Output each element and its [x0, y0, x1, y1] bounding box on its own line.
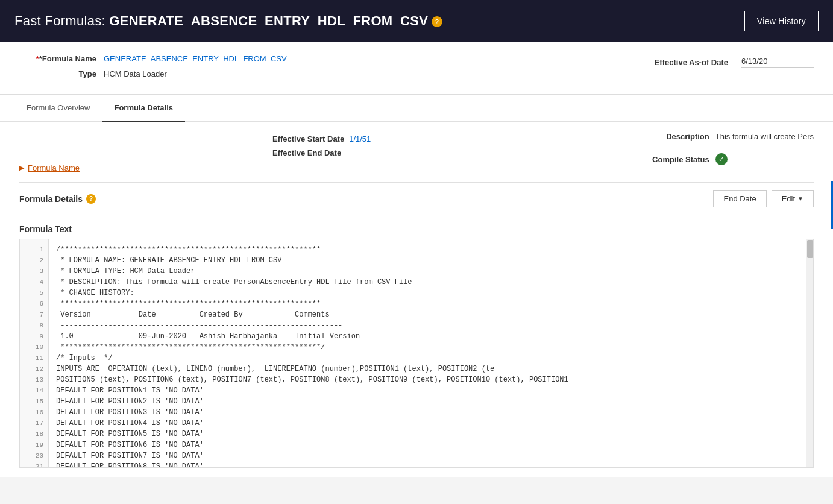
top-info: ▶ Formula Name Effective Start Date 1/1/… — [19, 132, 814, 177]
code-line-4: * DESCRIPTION: This formula will create … — [56, 277, 806, 288]
formula-name-toggle[interactable]: ▶ Formula Name — [19, 163, 80, 172]
effective-asof-value: 6/13/20 — [741, 57, 814, 68]
formula-name-row: **Formula Name GENERATE_ABSENCE_ENTRY_HD… — [19, 54, 287, 63]
formula-name-value: GENERATE_ABSENCE_ENTRY_HDL_FROM_CSV — [104, 54, 287, 63]
formula-name-toggle-col: ▶ Formula Name — [19, 132, 80, 172]
details-section: ▶ Formula Name Effective Start Date 1/1/… — [0, 122, 833, 222]
effective-start-label: Effective Start Date — [272, 134, 344, 143]
code-line-19: DEFAULT FOR POSITION5 IS 'NO DATA' — [56, 429, 806, 439]
form-fields-section: **Formula Name GENERATE_ABSENCE_ENTRY_HD… — [0, 42, 833, 95]
code-line-17: DEFAULT FOR POSITION3 IS 'NO DATA' — [56, 407, 806, 418]
edit-chevron-icon: ▼ — [797, 195, 803, 202]
code-line-21: DEFAULT FOR POSITION7 IS 'NO DATA' — [56, 450, 806, 461]
formula-details-help-icon[interactable]: ? — [86, 194, 96, 204]
code-line-10: ****************************************… — [56, 342, 806, 353]
line-num-16: 16 — [20, 407, 48, 418]
code-line-15: DEFAULT FOR POSITION1 IS 'NO DATA' — [56, 385, 806, 396]
line-num-13: 13 — [20, 374, 48, 385]
code-line-12: INPUTS ARE OPERATION (text), LINENO (num… — [56, 364, 806, 374]
line-num-14: 14 — [20, 385, 48, 396]
code-line-18: DEFAULT FOR POSITION4 IS 'NO DATA' — [56, 418, 806, 429]
line-num-12: 12 — [20, 364, 48, 374]
tab-formula-details[interactable]: Formula Details — [102, 95, 185, 122]
description-row: Description This formula will create Per… — [637, 132, 814, 141]
type-value: HCM Data Loader — [104, 69, 167, 78]
page-title: Fast Formulas: GENERATE_ABSENCE_ENTRY_HD… — [14, 13, 442, 29]
effective-asof-label: Effective As-of Date — [655, 58, 728, 67]
line-num-6: 6 — [20, 298, 48, 309]
formula-name-label: **Formula Name — [19, 54, 104, 63]
compile-status-row: Compile Status ✓ — [637, 153, 728, 165]
code-line-20: DEFAULT FOR POSITION6 IS 'NO DATA' — [56, 439, 806, 450]
title-help-icon[interactable]: ? — [432, 16, 442, 27]
type-label: Type — [19, 69, 104, 78]
title-prefix: Fast Formulas: — [14, 13, 109, 28]
code-line-2: * FORMULA NAME: GENERATE_ABSENCE_ENTRY_H… — [56, 255, 806, 266]
line-num-9: 9 — [20, 331, 48, 342]
line-num-7: 7 — [20, 309, 48, 320]
tabs-bar: Formula Overview Formula Details — [0, 95, 833, 122]
formula-text-title: Formula Text — [19, 222, 814, 234]
line-num-2: 2 — [20, 255, 48, 266]
action-buttons: End Date Edit ▼ — [713, 190, 814, 207]
line-num-17: 17 — [20, 418, 48, 429]
line-num-8: 8 — [20, 320, 48, 331]
tab-formula-overview[interactable]: Formula Overview — [14, 95, 102, 122]
effective-end-row: Effective End Date — [272, 148, 371, 157]
code-line-6: ****************************************… — [56, 298, 806, 309]
page-header: Fast Formulas: GENERATE_ABSENCE_ENTRY_HD… — [0, 0, 833, 42]
view-history-button[interactable]: View History — [744, 11, 819, 31]
formula-details-title-text: Formula Details — [19, 194, 83, 204]
line-num-21: 21 — [20, 461, 48, 467]
line-num-19: 19 — [20, 439, 48, 450]
edit-button[interactable]: Edit ▼ — [772, 190, 814, 207]
scrollbar-track[interactable] — [806, 239, 813, 467]
edit-label: Edit — [782, 194, 795, 203]
code-container[interactable]: 12345678910111213141516171819202122 /***… — [19, 239, 814, 468]
line-numbers: 12345678910111213141516171819202122 — [20, 239, 49, 467]
code-line-5: * CHANGE HISTORY: — [56, 288, 806, 298]
toggle-arrow-icon: ▶ — [19, 164, 24, 172]
line-num-10: 10 — [20, 342, 48, 353]
formula-text-section: Formula Text 123456789101112131415161718… — [0, 222, 833, 477]
description-value: This formula will create Pers — [715, 132, 814, 141]
scrollbar-thumb[interactable] — [807, 240, 813, 258]
code-line-7: Version Date Created By Comments — [56, 309, 806, 320]
code-line-3: * FORMULA TYPE: HCM Data Loader — [56, 266, 806, 277]
line-num-18: 18 — [20, 429, 48, 439]
formula-details-subheader: Formula Details ? End Date Edit ▼ — [19, 182, 814, 212]
title-formula-name: GENERATE_ABSENCE_ENTRY_HDL_FROM_CSV — [109, 13, 428, 28]
line-num-1: 1 — [20, 244, 48, 255]
code-line-16: DEFAULT FOR POSITION2 IS 'NO DATA' — [56, 396, 806, 407]
compile-status-icon: ✓ — [715, 153, 728, 165]
effective-end-label: Effective End Date — [272, 148, 341, 157]
effective-start-row: Effective Start Date 1/1/51 — [272, 134, 371, 143]
code-line-11: /* Inputs */ — [56, 353, 806, 364]
line-num-4: 4 — [20, 277, 48, 288]
code-area[interactable]: /***************************************… — [49, 239, 813, 467]
formula-details-title: Formula Details ? — [19, 194, 96, 204]
line-num-11: 11 — [20, 353, 48, 364]
compile-status-label: Compile Status — [637, 155, 709, 164]
dates-col: Effective Start Date 1/1/51 Effective En… — [272, 134, 371, 172]
description-label: Description — [637, 132, 709, 141]
code-line-13: POSITION5 (text), POSITION6 (text), POSI… — [56, 374, 806, 385]
code-line-1: /***************************************… — [56, 244, 806, 255]
right-info-col: Description This formula will create Per… — [637, 132, 814, 172]
accent-line — [831, 181, 833, 229]
code-line-8: ----------------------------------------… — [56, 320, 806, 331]
line-num-20: 20 — [20, 450, 48, 461]
type-row: Type HCM Data Loader — [19, 69, 287, 78]
effective-start-value: 1/1/51 — [349, 134, 371, 143]
code-line-9: 1.0 09-Jun-2020 Ashish Harbhajanka Initi… — [56, 331, 806, 342]
code-line-22: DEFAULT FOR POSITION8 IS 'NO DATA' — [56, 461, 806, 467]
line-num-15: 15 — [20, 396, 48, 407]
end-date-button[interactable]: End Date — [713, 190, 766, 207]
formula-name-toggle-label[interactable]: Formula Name — [28, 163, 80, 172]
line-num-3: 3 — [20, 266, 48, 277]
line-num-5: 5 — [20, 288, 48, 298]
